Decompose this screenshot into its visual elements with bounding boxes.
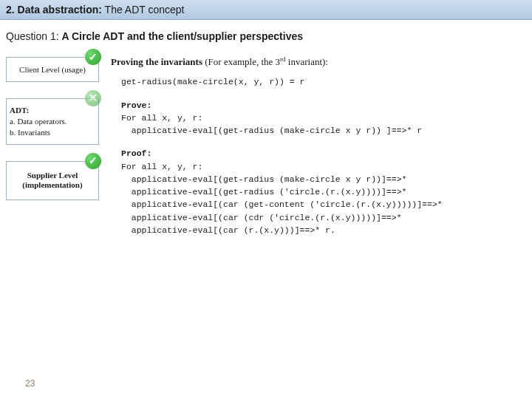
supplier-line2: (implementation) (22, 180, 82, 189)
proving-line: Proving the invariants (For example, the… (111, 55, 526, 68)
adt-line-a: a. Data operators. (10, 117, 67, 126)
proving-bold: Proving the invariants (111, 56, 202, 67)
prove-body: For all x, y, r: applicative-eval[(get-r… (121, 113, 422, 135)
page-number: 23 (25, 378, 35, 389)
prove-block: Prove: For all x, y, r: applicative-eval… (121, 99, 526, 137)
title-bar: 2. Data abstraction: The ADT concept (0, 0, 532, 20)
supplier-line1: Supplier Level (27, 171, 78, 180)
client-level-label: Client Level (usage) (19, 65, 86, 74)
check-icon: ✓ (85, 49, 101, 65)
proof-body: For all x, y, r: applicative-eval[(get-r… (121, 162, 443, 235)
title-subtitle: The ADT concept (102, 4, 185, 16)
adt-line-b: b. Invariants (10, 128, 50, 137)
content-area: Question 1: A Circle ADT and the client/… (0, 20, 532, 247)
proving-rest-1: (For example, the 3 (202, 56, 280, 67)
proving-rest-2: invariant): (286, 56, 328, 67)
code-expression: get-radius(make-circle(x, y, r)) = r (121, 75, 526, 88)
cross-icon: ✕ (85, 90, 101, 106)
right-column: Proving the invariants (For example, the… (111, 55, 526, 247)
main-row: ✓ Client Level (usage) ✕ ADT: a. Data op… (6, 55, 526, 247)
left-column: ✓ Client Level (usage) ✕ ADT: a. Data op… (6, 55, 99, 247)
supplier-level-box: ✓ Supplier Level (implementation) (6, 161, 99, 201)
prove-label: Prove: (121, 100, 151, 110)
adt-box: ✕ ADT: a. Data operators. b. Invariants (6, 98, 99, 145)
adt-title: ADT: (10, 106, 29, 115)
proof-label: Proof: (121, 149, 151, 158)
title-number: 2. (6, 4, 18, 16)
check-icon: ✓ (85, 153, 101, 169)
proof-block: Proof: For all x, y, r: applicative-eval… (121, 147, 526, 236)
question-bold: A Circle ADT and the client/supplier per… (62, 30, 304, 42)
client-level-box: ✓ Client Level (usage) (6, 57, 99, 82)
question-line: Question 1: A Circle ADT and the client/… (6, 30, 526, 42)
proving-sup: rd (280, 55, 286, 63)
question-prefix: Question 1: (6, 30, 62, 42)
title-bold: Data abstraction: (18, 4, 102, 16)
